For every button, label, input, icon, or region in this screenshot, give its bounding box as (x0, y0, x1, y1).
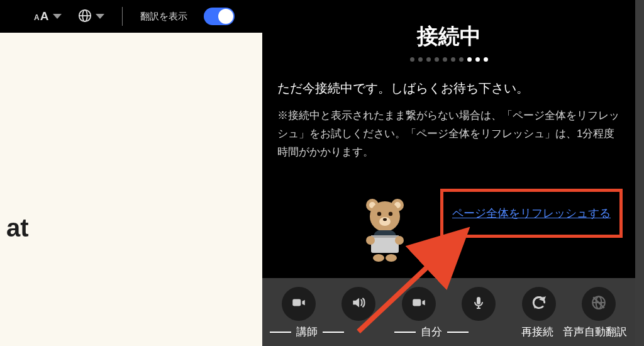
reader-toolbar: AA 翻訳を表示 (0, 0, 262, 33)
svg-rect-19 (292, 299, 301, 306)
auto-translate-label: 音声自動翻訳 (563, 325, 627, 339)
connecting-title: 接続中 (262, 22, 635, 51)
globe-icon (78, 9, 92, 25)
svg-rect-14 (371, 235, 399, 238)
connection-panel: 接続中 ただ今接続中です。しばらくお待ち下さい。 ※接続中と表示されたまま繋がら… (262, 0, 635, 346)
bear-mascot (353, 194, 416, 263)
control-bar: 講師 自分 再接続 音声自動翻訳 (262, 278, 635, 346)
svg-point-16 (395, 236, 404, 245)
teacher-audio-button[interactable] (341, 287, 375, 321)
svg-point-17 (373, 254, 384, 262)
text-size-button[interactable]: AA (34, 9, 62, 23)
svg-rect-13 (371, 235, 399, 253)
divider (122, 7, 123, 26)
document-text-fragment: at (6, 214, 29, 242)
language-button[interactable] (78, 9, 104, 25)
connecting-message: ただ今接続中です。しばらくお待ち下さい。 (262, 78, 635, 107)
teacher-video-button[interactable] (282, 287, 316, 321)
svg-point-18 (386, 254, 397, 262)
svg-rect-21 (477, 297, 480, 304)
self-video-button[interactable] (402, 287, 436, 321)
refresh-icon (531, 294, 547, 313)
connecting-note: ※接続中と表示されたまま繋がらない場合は、「ページ全体をリフレッシュ」をお試しく… (262, 107, 635, 162)
auto-translate-button[interactable] (582, 287, 616, 321)
self-group-label: 自分 (421, 325, 442, 339)
refresh-page-link[interactable]: ページ全体をリフレッシュする (452, 206, 611, 221)
self-mic-button[interactable] (462, 287, 496, 321)
speaker-icon (350, 294, 367, 313)
translate-toggle[interactable] (204, 8, 235, 25)
chevron-down-icon (53, 14, 62, 19)
svg-rect-20 (413, 299, 421, 306)
reconnect-button[interactable] (522, 287, 556, 321)
chevron-down-icon (96, 14, 104, 19)
svg-point-15 (366, 236, 375, 245)
video-icon (291, 294, 307, 313)
document-area: at (0, 33, 262, 346)
teacher-group-label: 講師 (296, 325, 318, 339)
window-edge (635, 0, 644, 346)
svg-point-9 (389, 212, 392, 216)
reconnect-label: 再接続 (521, 325, 553, 339)
video-icon (411, 294, 427, 313)
svg-point-8 (377, 212, 381, 216)
loading-dots (262, 57, 635, 62)
svg-point-11 (383, 218, 387, 221)
svg-point-7 (370, 201, 400, 232)
translate-toggle-label: 翻訳を表示 (140, 11, 187, 23)
text-size-icon: AA (34, 9, 49, 23)
globe-off-icon (591, 294, 607, 313)
refresh-highlight-box: ページ全体をリフレッシュする (440, 189, 623, 238)
mic-icon (471, 295, 486, 313)
